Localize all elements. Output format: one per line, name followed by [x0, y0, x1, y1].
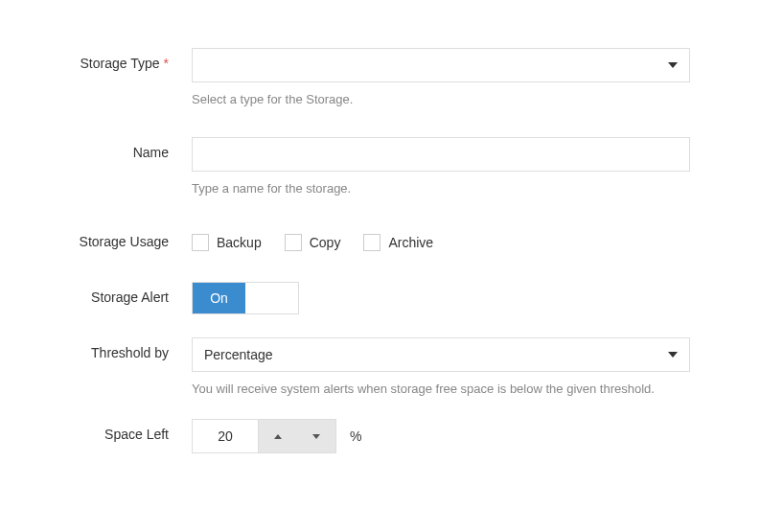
- threshold-by-row: Threshold by Percentage You will receive…: [38, 337, 723, 396]
- storage-usage-control: Backup Copy Archive: [192, 226, 690, 251]
- name-row: Name Type a name for the storage.: [38, 137, 723, 196]
- threshold-by-select[interactable]: Percentage: [192, 337, 690, 372]
- chevron-down-icon: [668, 352, 678, 358]
- name-label-text: Name: [133, 145, 169, 160]
- spinner-down-button[interactable]: [297, 420, 335, 452]
- storage-usage-row: Storage Usage Backup Copy Archive: [38, 226, 723, 251]
- storage-alert-toggle[interactable]: On: [192, 282, 299, 314]
- space-left-row: Space Left 20 %: [38, 419, 723, 453]
- storage-alert-label: Storage Alert: [38, 282, 192, 305]
- storage-type-label-text: Storage Type: [81, 56, 160, 71]
- threshold-by-label: Threshold by: [38, 337, 192, 360]
- checkbox-copy[interactable]: Copy: [285, 234, 341, 251]
- checkbox-archive[interactable]: Archive: [363, 234, 433, 251]
- space-left-spinner-wrap: 20 %: [192, 419, 690, 453]
- toggle-on-button[interactable]: On: [193, 283, 245, 313]
- storage-type-help: Select a type for the Storage.: [192, 92, 690, 106]
- checkbox-box-icon: [363, 234, 380, 251]
- storage-usage-checkboxes: Backup Copy Archive: [192, 226, 690, 251]
- storage-usage-label: Storage Usage: [38, 226, 192, 249]
- threshold-by-control: Percentage You will receive system alert…: [192, 337, 690, 396]
- chevron-down-icon: [668, 62, 678, 68]
- storage-type-control: Select a type for the Storage.: [192, 48, 690, 106]
- storage-type-row: Storage Type* Select a type for the Stor…: [38, 48, 723, 106]
- storage-type-label: Storage Type*: [38, 48, 192, 71]
- toggle-off-button[interactable]: [245, 283, 298, 313]
- space-left-spinner: 20: [192, 419, 336, 453]
- name-input[interactable]: [192, 137, 690, 172]
- required-indicator: *: [164, 56, 169, 71]
- spinner-up-button[interactable]: [259, 420, 297, 452]
- checkbox-copy-label: Copy: [310, 235, 341, 250]
- space-left-label: Space Left: [38, 419, 192, 442]
- space-left-control: 20 %: [192, 419, 690, 453]
- threshold-by-value: Percentage: [204, 347, 668, 362]
- checkbox-backup-label: Backup: [217, 235, 262, 250]
- storage-alert-control: On: [192, 282, 690, 314]
- storage-alert-label-text: Storage Alert: [91, 289, 169, 305]
- threshold-by-help: You will receive system alerts when stor…: [192, 382, 690, 396]
- checkbox-archive-label: Archive: [388, 235, 433, 250]
- checkbox-box-icon: [192, 234, 209, 251]
- threshold-by-label-text: Threshold by: [91, 345, 169, 360]
- storage-usage-label-text: Storage Usage: [80, 234, 169, 249]
- storage-alert-row: Storage Alert On: [38, 282, 723, 314]
- space-left-unit: %: [350, 428, 361, 444]
- space-left-value[interactable]: 20: [193, 420, 258, 452]
- name-label: Name: [38, 137, 192, 160]
- chevron-up-icon: [274, 434, 282, 439]
- storage-type-select[interactable]: [192, 48, 690, 82]
- spinner-controls: [258, 420, 335, 452]
- name-help: Type a name for the storage.: [192, 181, 690, 196]
- checkbox-backup[interactable]: Backup: [192, 234, 262, 251]
- checkbox-box-icon: [285, 234, 302, 251]
- space-left-label-text: Space Left: [104, 427, 169, 442]
- chevron-down-icon: [312, 434, 320, 439]
- name-control: Type a name for the storage.: [192, 137, 690, 196]
